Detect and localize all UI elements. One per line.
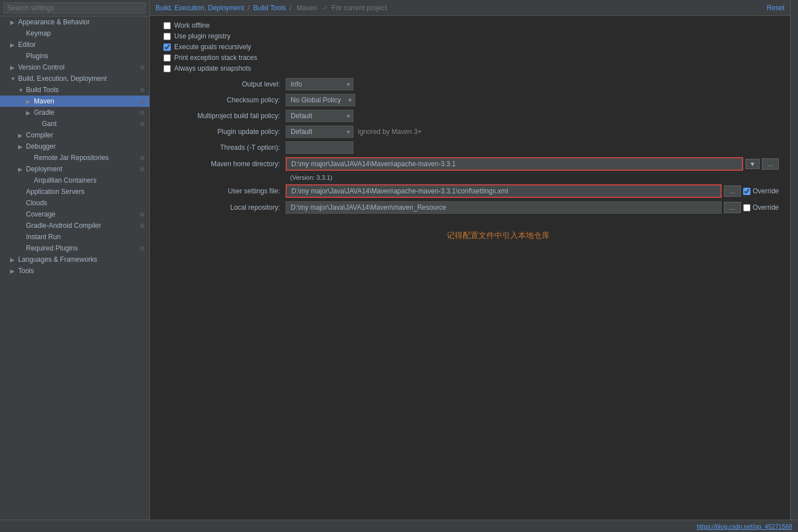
search-input[interactable] xyxy=(3,2,146,14)
user-settings-override-checkbox[interactable] xyxy=(743,188,750,195)
sidebar-item-keymap[interactable]: Keymap xyxy=(0,28,149,39)
sidebar-item-arquillian[interactable]: Arquillian Containers xyxy=(0,175,149,186)
sidebar-item-build-execution[interactable]: ▼ Build, Execution, Deployment xyxy=(0,73,149,84)
local-repo-override-checkbox[interactable] xyxy=(743,204,750,211)
sidebar-item-gant[interactable]: Gant ⚙ xyxy=(0,118,149,129)
local-repo-path-row: … Override xyxy=(286,201,779,214)
sidebar-item-debugger[interactable]: ▶ Debugger xyxy=(0,141,149,152)
multiproject-select[interactable]: Default Fail Fast Fail Never xyxy=(286,110,353,122)
sidebar-item-editor[interactable]: ▶ Editor xyxy=(0,39,149,50)
maven-home-row: Maven home directory: ▼ … xyxy=(161,157,779,171)
reset-button[interactable]: Reset xyxy=(767,4,784,12)
bottom-bar: https://blog.csdn.net/qq_45271568 xyxy=(0,520,798,532)
multiproject-select-wrapper: Default Fail Fast Fail Never ▼ xyxy=(286,110,353,122)
plugin-update-row: Plugin update policy: Default Always Nev… xyxy=(161,126,779,138)
checksum-policy-label: Checksum policy: xyxy=(161,96,286,104)
sidebar-item-required-plugins[interactable]: Required Plugins ⚙ xyxy=(0,243,149,254)
user-settings-label: User settings file: xyxy=(161,187,286,195)
settings-icon: ⚙ xyxy=(140,64,145,71)
use-plugin-registry-row: Use plugin registry xyxy=(161,32,779,40)
sidebar-item-languages[interactable]: ▶ Languages & Frameworks xyxy=(0,254,149,265)
sidebar-item-label: Build Tools xyxy=(26,86,140,94)
local-repo-input[interactable] xyxy=(286,201,722,214)
expand-arrow: ▼ xyxy=(10,76,17,82)
sidebar-item-clouds[interactable]: Clouds xyxy=(0,197,149,209)
execute-goals-label: Execute goals recursively xyxy=(174,43,251,51)
use-plugin-registry-label: Use plugin registry xyxy=(174,32,230,40)
sidebar-item-deployment[interactable]: ▶ Deployment ⚙ xyxy=(0,163,149,175)
output-level-row: Output level: Info Debug Warning Error ▼ xyxy=(161,78,779,90)
output-level-select-wrapper: Info Debug Warning Error ▼ xyxy=(286,78,353,90)
sidebar-item-plugins[interactable]: Plugins xyxy=(0,50,149,62)
breadcrumb-buildtools[interactable]: Build Tools xyxy=(253,4,286,12)
user-settings-path-row: … Override xyxy=(286,184,779,198)
output-level-select[interactable]: Info Debug Warning Error xyxy=(286,78,353,90)
sidebar-item-compiler[interactable]: ▶ Compiler xyxy=(0,129,149,141)
bottom-url-link[interactable]: https://blog.csdn.net/qq_45271568 xyxy=(697,523,792,530)
work-offline-row: Work offline xyxy=(161,21,779,29)
sidebar: ▶ Appearance & Behavior Keymap ▶ Editor … xyxy=(0,0,150,520)
sidebar-item-instant-run[interactable]: Instant Run xyxy=(0,231,149,243)
settings-icon: ⚙ xyxy=(140,110,145,116)
sidebar-item-app-servers[interactable]: Application Servers xyxy=(0,186,149,197)
expand-arrow: ▶ xyxy=(26,110,33,116)
settings-icon: ⚙ xyxy=(140,245,145,252)
user-settings-override: Override xyxy=(743,187,779,195)
sidebar-item-label: Maven xyxy=(34,97,140,105)
multiproject-label: Multiproject build fail policy: xyxy=(161,112,286,120)
user-settings-row: User settings file: … Override xyxy=(161,184,779,198)
expand-arrow: ▶ xyxy=(18,166,25,172)
maven-home-browse-btn[interactable]: … xyxy=(762,158,779,170)
sidebar-item-label: Deployment xyxy=(26,165,140,173)
maven-home-input[interactable] xyxy=(286,157,743,171)
sidebar-item-appearance[interactable]: ▶ Appearance & Behavior xyxy=(0,16,149,28)
sidebar-item-label: Required Plugins xyxy=(26,244,140,252)
plugin-update-select[interactable]: Default Always Never Interval xyxy=(286,126,353,138)
print-exception-checkbox[interactable] xyxy=(163,54,171,62)
use-plugin-registry-checkbox[interactable] xyxy=(163,33,171,40)
content-header: Build, Execution, Deployment / Build Too… xyxy=(150,0,790,16)
execute-goals-checkbox[interactable] xyxy=(163,44,171,51)
sidebar-item-label: Version Control xyxy=(18,63,140,71)
sidebar-item-tools[interactable]: ▶ Tools xyxy=(0,265,149,276)
maven-home-dropdown-btn[interactable]: ▼ xyxy=(745,159,760,169)
checksum-policy-row: Checksum policy: No Global Policy Strict… xyxy=(161,94,779,106)
breadcrumb-build[interactable]: Build, Execution, Deployment xyxy=(156,4,244,12)
annotation-text: 记得配置文件中引入本地仓库 xyxy=(161,231,779,241)
user-settings-input[interactable] xyxy=(286,184,722,198)
sidebar-item-version-control[interactable]: ▶ Version Control ⚙ xyxy=(0,62,149,73)
always-update-checkbox[interactable] xyxy=(163,65,171,72)
work-offline-label: Work offline xyxy=(174,21,210,29)
always-update-row: Always update snapshots xyxy=(161,64,779,72)
sidebar-item-coverage[interactable]: Coverage ⚙ xyxy=(0,209,149,220)
checksum-policy-select-wrapper: No Global Policy Strict Warn Fail ▼ xyxy=(286,94,355,106)
expand-arrow: ▶ xyxy=(26,98,33,105)
multiproject-row: Multiproject build fail policy: Default … xyxy=(161,110,779,122)
search-box[interactable] xyxy=(0,0,149,16)
expand-arrow: ▶ xyxy=(10,257,17,263)
right-scrollbar[interactable] xyxy=(790,0,798,520)
work-offline-checkbox[interactable] xyxy=(163,22,171,29)
user-settings-override-label: Override xyxy=(753,187,779,195)
sidebar-item-build-tools[interactable]: ▼ Build Tools ⚙ xyxy=(0,84,149,96)
user-settings-browse-btn[interactable]: … xyxy=(724,185,741,197)
sidebar-item-label: Arquillian Containers xyxy=(34,176,145,184)
local-repo-browse-btn[interactable]: … xyxy=(724,202,741,213)
sidebar-item-label: Clouds xyxy=(26,199,145,207)
sidebar-item-label: Keymap xyxy=(26,29,145,37)
print-exception-row: Print exception stack traces xyxy=(161,54,779,62)
expand-arrow: ▶ xyxy=(18,144,25,150)
threads-input[interactable] xyxy=(286,141,353,154)
expand-arrow: ▶ xyxy=(18,132,25,139)
sidebar-item-maven[interactable]: ▶ Maven ⚙ xyxy=(0,96,149,107)
checksum-policy-select[interactable]: No Global Policy Strict Warn Fail xyxy=(286,94,355,106)
sidebar-item-gradle[interactable]: ▶ Gradle ⚙ xyxy=(0,107,149,118)
plugin-update-label: Plugin update policy: xyxy=(161,128,286,136)
sidebar-item-label: Gradle-Android Compiler xyxy=(26,222,140,230)
settings-icon: ⚙ xyxy=(140,87,145,93)
sidebar-item-gradle-android[interactable]: Gradle-Android Compiler ⚙ xyxy=(0,220,149,231)
sidebar-item-remote-jar[interactable]: Remote Jar Repositories ⚙ xyxy=(0,152,149,163)
threads-label: Threads (-T option): xyxy=(161,144,286,152)
sidebar-item-label: Gradle xyxy=(34,109,140,116)
content-area: Build, Execution, Deployment / Build Too… xyxy=(150,0,790,520)
